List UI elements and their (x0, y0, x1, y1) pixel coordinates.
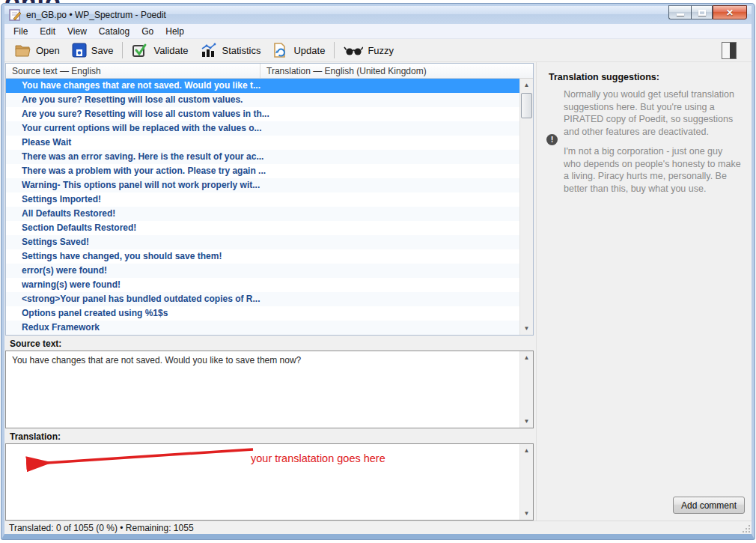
scroll-up-icon[interactable]: ▲ (520, 79, 533, 91)
source-text-label: Source text: (5, 336, 534, 351)
add-comment-button[interactable]: Add comment (673, 497, 745, 514)
scroll-thumb[interactable] (521, 93, 532, 118)
suggestions-sidebar: Translation suggestions: Normally you wo… (536, 62, 752, 521)
list-item[interactable]: All Defaults Restored! (6, 207, 519, 221)
toolbar-separator (334, 42, 335, 58)
fuzzy-glasses-icon (344, 44, 363, 56)
annotation-layer: your translatation goes here (6, 444, 519, 520)
fuzzy-button[interactable]: Fuzzy (338, 42, 400, 58)
poedit-window: en_GB.po • WP_Spectrum - Poedit ✕ FileEd… (1, 4, 755, 539)
update-button[interactable]: Update (266, 40, 331, 60)
minimize-icon (677, 13, 684, 16)
list-item[interactable]: There was a problem with your action. Pl… (6, 164, 519, 178)
list-item[interactable]: Settings Saved! (6, 235, 519, 249)
translation-input[interactable]: your translatation goes here ▲ ▼ (5, 443, 534, 521)
update-label: Update (293, 45, 325, 56)
suggestions-paragraph-2: I'm not a big corporation - just one guy… (564, 145, 741, 195)
menu-bar: FileEditViewCatalogGoHelp (4, 24, 752, 39)
resize-grip[interactable] (743, 525, 750, 533)
list-item[interactable]: Settings have changed, you should save t… (6, 249, 519, 264)
menu-edit[interactable]: Edit (34, 25, 61, 38)
validate-button[interactable]: Validate (126, 40, 194, 60)
open-button[interactable]: Open (9, 41, 66, 59)
list-item[interactable]: Are you sure? Resetting will lose all cu… (6, 107, 519, 121)
content-area: Source text — English Translation — Engl… (4, 62, 752, 521)
caption-buttons: ✕ (668, 5, 747, 19)
maximize-button[interactable] (691, 5, 713, 19)
source-scrollbar[interactable]: ▲ ▼ (519, 351, 533, 428)
menu-help[interactable]: Help (159, 25, 190, 38)
save-label: Save (91, 45, 114, 56)
list-item[interactable]: error(s) were found! (6, 264, 519, 278)
translation-list: Source text — English Translation — Engl… (5, 63, 534, 336)
list-rows: You have changes that are not saved. Wou… (6, 79, 519, 335)
list-item[interactable]: Settings Imported! (6, 192, 519, 207)
source-text-value: You have changes that are not saved. Wou… (6, 351, 519, 428)
list-header: Source text — English Translation — Engl… (6, 64, 533, 79)
open-label: Open (36, 45, 60, 56)
window-title: en_GB.po • WP_Spectrum - Poedit (26, 10, 166, 20)
maximize-icon (698, 10, 706, 16)
source-column-header[interactable]: Source text — English (6, 64, 260, 78)
fuzzy-label: Fuzzy (368, 45, 394, 56)
save-button[interactable]: Save (66, 40, 120, 60)
translation-label: Translation: (5, 428, 534, 443)
menu-catalog[interactable]: Catalog (93, 25, 135, 38)
close-icon: ✕ (726, 7, 734, 18)
status-bar: Translated: 0 of 1055 (0 %) • Remaining:… (4, 521, 752, 534)
list-scrollbar[interactable]: ▲ ▼ (519, 79, 533, 335)
open-folder-icon (15, 43, 31, 57)
sidebar-toggle-icon[interactable] (722, 42, 737, 59)
list-item[interactable]: Your current options will be replaced wi… (6, 121, 519, 136)
source-text-box: You have changes that are not saved. Wou… (5, 351, 534, 428)
status-text: Translated: 0 of 1055 (0 %) • Remaining:… (9, 523, 194, 533)
list-item[interactable]: Are you sure? Resetting will lose all cu… (6, 93, 519, 107)
list-item[interactable]: Section Defaults Restored! (6, 221, 519, 235)
list-item[interactable]: Please Wait (6, 136, 519, 150)
list-item[interactable]: Warning- This options panel will not wor… (6, 178, 519, 192)
statistics-chart-icon (200, 43, 217, 58)
menu-go[interactable]: Go (135, 25, 159, 38)
statistics-label: Statistics (222, 45, 260, 56)
title-bar[interactable]: en_GB.po • WP_Spectrum - Poedit ✕ (4, 6, 752, 24)
minimize-button[interactable] (668, 5, 691, 19)
list-item[interactable]: There was an error saving. Here is the r… (6, 150, 519, 164)
statistics-button[interactable]: Statistics (194, 40, 266, 60)
list-body: You have changes that are not saved. Wou… (6, 79, 533, 335)
suggestions-title: Translation suggestions: (549, 72, 744, 82)
save-floppy-icon (72, 43, 87, 58)
validate-check-icon (132, 43, 149, 58)
scroll-track (520, 364, 533, 415)
update-refresh-icon (272, 43, 289, 58)
close-button[interactable]: ✕ (713, 5, 747, 19)
scroll-down-icon[interactable]: ▼ (520, 415, 533, 428)
exclamation-icon: ! (546, 134, 558, 145)
list-item[interactable]: <strong>Your panel has bundled outdated … (6, 292, 519, 306)
validate-label: Validate (153, 45, 188, 56)
list-item[interactable]: You have changes that are not saved. Wou… (6, 79, 519, 93)
annotation-text: your translatation goes here (251, 452, 385, 464)
menu-view[interactable]: View (61, 25, 93, 38)
poedit-app-icon (9, 9, 22, 21)
list-item[interactable]: Options panel created using %1$s (6, 306, 519, 321)
toolbar-separator (122, 42, 123, 58)
menu-file[interactable]: File (7, 25, 34, 38)
translation-column-header[interactable]: Translation — English (United Kingdom) (260, 64, 533, 78)
editor-column: Source text — English Translation — Engl… (4, 62, 534, 521)
toolbar: Open Save Validate (4, 39, 752, 62)
list-item[interactable]: warning(s) were found! (6, 278, 519, 292)
scroll-up-icon[interactable]: ▲ (520, 351, 533, 364)
list-item[interactable]: Redux Framework (6, 321, 519, 335)
suggestions-paragraph-1: Normally you would get useful translatio… (564, 88, 741, 138)
scroll-track[interactable] (520, 91, 533, 322)
scroll-down-icon[interactable]: ▼ (520, 322, 533, 335)
